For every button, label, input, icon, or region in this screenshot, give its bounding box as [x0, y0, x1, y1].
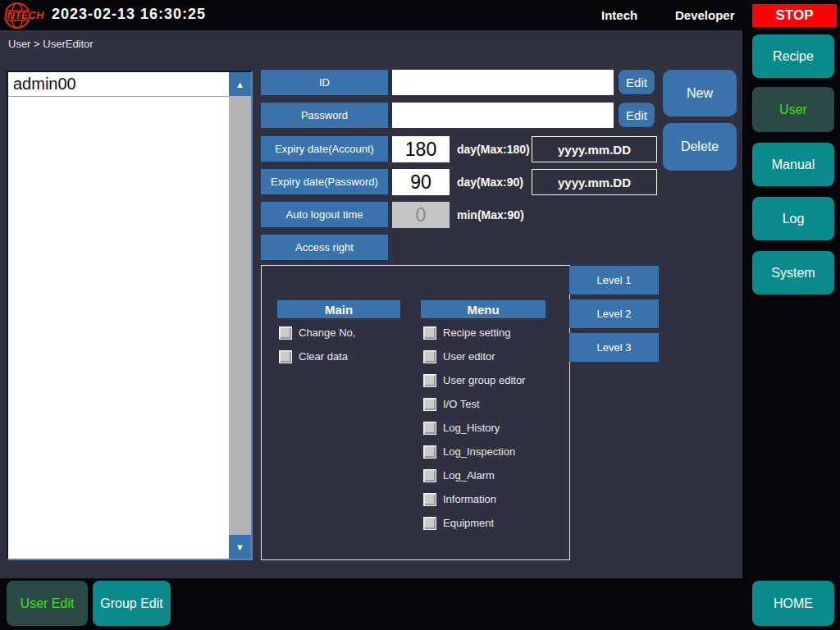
checkbox-icon[interactable] — [423, 398, 436, 411]
sidebar-item-log[interactable]: Log — [752, 197, 834, 240]
screen: INTECH 2023-02-13 16:30:25 Intech Develo… — [0, 0, 840, 630]
password-input[interactable] — [392, 103, 614, 128]
checkbox-icon[interactable] — [423, 326, 436, 340]
home-button[interactable]: HOME — [752, 581, 834, 626]
checkbox-icon[interactable] — [423, 469, 436, 482]
expiry-account-date-field[interactable]: yyyy.mm.DD — [532, 136, 657, 162]
checkbox-row-equipment[interactable]: Equipment — [423, 516, 494, 530]
checkbox-icon[interactable] — [423, 493, 436, 506]
delete-button[interactable]: Delete — [663, 123, 737, 171]
checkbox-icon[interactable] — [423, 517, 436, 530]
id-input[interactable] — [392, 70, 614, 95]
checkbox-label: User group editor — [443, 374, 525, 386]
auto-logout-label: Auto logout time — [261, 202, 388, 227]
checkbox-row-information[interactable]: Information — [423, 492, 496, 506]
checkbox-row-user-group-editor[interactable]: User group editor — [423, 373, 525, 387]
scroll-down-icon[interactable]: ▼ — [229, 535, 251, 559]
intech-logo-icon: INTECH — [2, 1, 50, 30]
checkbox-label: User editor — [443, 350, 495, 363]
stop-button[interactable]: STOP — [752, 4, 837, 27]
user-list: admin00 ▲ ▼ — [7, 71, 253, 560]
level-2-button[interactable]: Level 2 — [569, 299, 659, 328]
checkbox-row-user-editor[interactable]: User editor — [423, 349, 495, 363]
checkbox-label: Log_History — [443, 422, 500, 434]
logo-text: INTECH — [4, 9, 43, 21]
checkbox-label: I/O Test — [443, 398, 480, 410]
auto-logout-value: 0 — [392, 202, 450, 228]
password-edit-button[interactable]: Edit — [619, 103, 655, 127]
expiry-password-unit: day(Max:90) — [457, 176, 523, 189]
checkbox-row-change-no[interactable]: Change No, — [279, 326, 355, 340]
expiry-account-label: Expiry date(Account) — [261, 136, 388, 162]
main-column-header: Main — [277, 300, 400, 318]
expiry-password-value[interactable]: 90 — [392, 169, 450, 195]
tab-group-edit[interactable]: Group Edit — [93, 581, 171, 626]
current-role-label: Developer — [675, 8, 735, 22]
checkbox-label: Change No, — [299, 326, 355, 339]
expiry-account-value[interactable]: 180 — [392, 136, 450, 162]
sidebar-item-system[interactable]: System — [752, 251, 834, 294]
checkbox-label: Recipe setting — [443, 326, 510, 339]
id-label: ID — [261, 70, 388, 95]
datetime-display: 2023-02-13 16:30:25 — [52, 6, 206, 23]
checkbox-row-log-inspection[interactable]: Log_Inspection — [423, 445, 515, 459]
level-1-button[interactable]: Level 1 — [569, 266, 659, 294]
checkbox-icon[interactable] — [423, 350, 436, 363]
access-right-label: Access right — [261, 235, 388, 260]
password-label: Password — [261, 103, 388, 128]
checkbox-row-clear-data[interactable]: Clear data — [279, 349, 348, 363]
expiry-password-label: Expiry date(Password) — [261, 169, 388, 194]
menu-column-header: Menu — [421, 300, 546, 318]
checkbox-row-log-history[interactable]: Log_History — [423, 421, 500, 435]
checkbox-icon[interactable] — [423, 445, 436, 459]
auto-logout-unit: min(Max:90) — [457, 208, 524, 221]
breadcrumb: User > UserEditor — [8, 38, 94, 50]
checkbox-row-log-alarm[interactable]: Log_Alarm — [423, 468, 495, 482]
expiry-password-date-field[interactable]: yyyy.mm.DD — [532, 169, 657, 195]
expiry-account-unit: day(Max:180) — [457, 143, 530, 156]
user-list-scrollbar[interactable]: ▲ ▼ — [229, 72, 251, 559]
scroll-up-icon[interactable]: ▲ — [229, 72, 251, 96]
checkbox-label: Information — [443, 493, 496, 505]
list-item-user[interactable]: admin00 — [8, 72, 229, 97]
new-button[interactable]: New — [663, 70, 737, 116]
checkbox-row-recipe-setting[interactable]: Recipe setting — [423, 326, 510, 340]
main-area: User > UserEditor admin00 ▲ ▼ ID Edit Pa… — [0, 30, 742, 578]
checkbox-label: Equipment — [443, 517, 494, 529]
sidebar-item-manual[interactable]: Manual — [752, 143, 834, 186]
checkbox-label: Log_Alarm — [443, 469, 495, 482]
checkbox-label: Log_Inspection — [443, 445, 515, 458]
checkbox-row-io-test[interactable]: I/O Test — [423, 397, 480, 411]
company-label: Intech — [601, 8, 637, 22]
checkbox-icon[interactable] — [279, 350, 292, 363]
checkbox-icon[interactable] — [279, 326, 292, 340]
checkbox-label: Clear data — [299, 350, 348, 363]
level-3-button[interactable]: Level 3 — [569, 333, 659, 362]
sidebar-item-recipe[interactable]: Recipe — [752, 34, 834, 78]
sidebar-item-user[interactable]: User — [752, 87, 834, 132]
checkbox-icon[interactable] — [423, 374, 436, 387]
id-edit-button[interactable]: Edit — [619, 70, 655, 94]
top-bar: INTECH 2023-02-13 16:30:25 Intech Develo… — [0, 0, 840, 30]
checkbox-icon[interactable] — [423, 422, 436, 435]
tab-user-edit[interactable]: User Edit — [7, 581, 88, 626]
